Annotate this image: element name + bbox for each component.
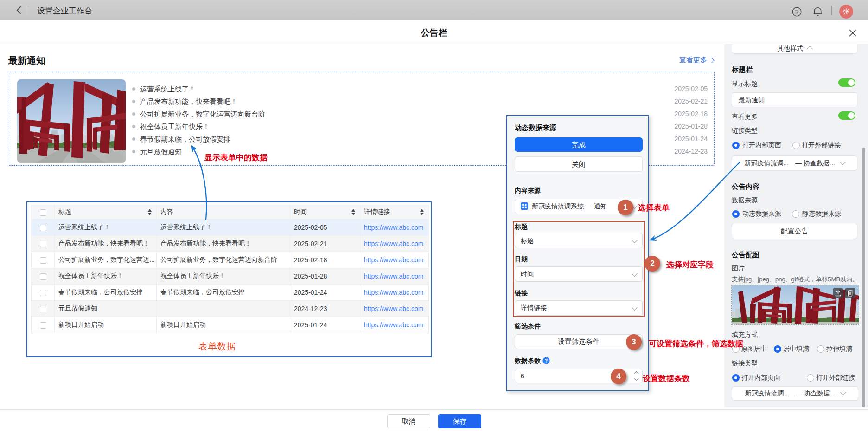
svg-text:?: ? — [545, 358, 548, 363]
svg-text:?: ? — [795, 9, 798, 15]
